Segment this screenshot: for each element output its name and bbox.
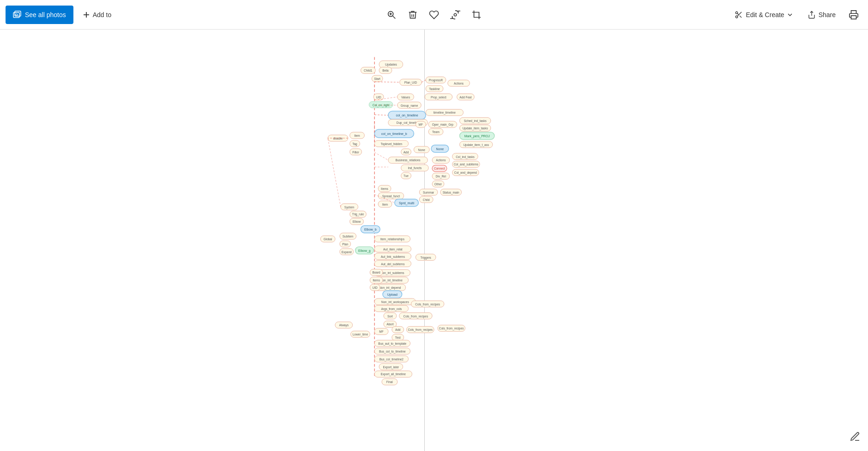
svg-text:MF: MF (419, 123, 423, 126)
svg-text:Plan_UID: Plan_UID (404, 81, 417, 85)
svg-text:Sort: Sort (387, 315, 393, 318)
svg-text:Bus_aut_to_template: Bus_aut_to_template (378, 342, 406, 346)
svg-text:Plan: Plan (342, 243, 348, 246)
svg-text:Bus_col_to_timeline: Bus_col_to_timeline (379, 350, 406, 353)
svg-text:Filter: Filter (352, 151, 359, 154)
svg-text:Aut_item_relat: Aut_item_relat (383, 248, 403, 251)
svg-text:System: System (344, 206, 354, 209)
svg-text:Global: Global (324, 238, 332, 241)
svg-line-35 (422, 80, 426, 82)
svg-text:Non_int_depend: Non_int_depend (379, 286, 401, 290)
svg-text:Sprd_multi: Sprd_multi (399, 201, 415, 205)
svg-rect-16 (851, 15, 856, 18)
svg-text:UID: UID (376, 96, 381, 99)
svg-text:Aut_del_subitems: Aut_del_subitems (381, 262, 404, 266)
svg-text:Item: Item (354, 134, 360, 137)
svg-text:Items: Items (381, 187, 388, 190)
svg-line-205 (374, 152, 388, 160)
svg-text:None: None (436, 147, 444, 151)
svg-rect-0 (13, 12, 19, 18)
svg-text:Expand: Expand (342, 250, 352, 254)
share-label: Share (819, 11, 836, 18)
svg-text:Oper_main_Grp: Oper_main_Grp (432, 123, 454, 127)
svg-text:Bus_col_timeline2: Bus_col_timeline2 (380, 358, 404, 361)
edit-create-button[interactable]: Edit & Create (729, 7, 798, 23)
svg-text:ProgressR: ProgressR (429, 79, 443, 82)
svg-text:Group_name: Group_name (401, 104, 418, 108)
svg-text:col_on_timeline: col_on_timeline (396, 114, 418, 117)
delete-button[interactable] (404, 6, 422, 24)
share-button[interactable]: Share (802, 7, 841, 23)
svg-text:Add: Add (395, 328, 401, 331)
svg-text:Beta: Beta (382, 69, 389, 72)
svg-text:Div_Rel: Div_Rel (436, 175, 446, 178)
svg-text:UID: UID (373, 286, 378, 289)
svg-text:Child: Child (423, 198, 430, 201)
svg-text:Mark_pers_PROJ: Mark_pers_PROJ (464, 134, 490, 138)
svg-text:Non_int_workspaces: Non_int_workspaces (381, 300, 409, 304)
svg-text:Other: Other (434, 183, 442, 186)
svg-text:Cols_from_recipes: Cols_from_recipes (439, 327, 464, 330)
svg-text:Summar: Summar (423, 191, 434, 194)
rotate-icon (450, 10, 460, 20)
mindmap-container[interactable]: Updates Child1 Beta Start Plan_UID Progr… (0, 30, 868, 451)
svg-text:Col_ind_tasks: Col_ind_tasks (456, 155, 474, 159)
svg-point-10 (736, 12, 738, 14)
svg-text:Tue: Tue (404, 174, 409, 177)
svg-text:Args_from_cols: Args_from_cols (381, 307, 402, 311)
svg-point-9 (454, 13, 457, 16)
svg-line-34 (374, 82, 400, 82)
svg-text:Actions: Actions (454, 82, 464, 85)
svg-text:Non_int_timeline: Non_int_timeline (380, 279, 403, 282)
delete-icon (408, 10, 418, 20)
svg-text:Tag: Tag (352, 142, 357, 146)
pencil-icon (850, 431, 861, 442)
heart-button[interactable] (425, 6, 443, 24)
svg-text:Ind_functs: Ind_functs (408, 166, 422, 170)
svg-text:Cols_from_recipes: Cols_from_recipes (404, 315, 428, 318)
svg-text:Col_and_subitems: Col_and_subitems (454, 163, 478, 166)
svg-text:Add Feat: Add Feat (459, 96, 471, 99)
svg-text:Final: Final (386, 380, 393, 384)
rotate-button[interactable] (446, 6, 464, 24)
svg-text:Subitem: Subitem (343, 235, 354, 238)
toolbar: See all photos Add to (0, 0, 868, 30)
svg-text:MF: MF (379, 330, 383, 333)
add-to-label: Add to (93, 11, 111, 18)
plus-icon (83, 11, 90, 18)
edit-pencil-button[interactable] (850, 431, 861, 444)
svg-text:Sched_ind_tasks: Sched_ind_tasks (464, 119, 487, 123)
svg-text:timeline_timeline: timeline_timeline (434, 111, 456, 115)
svg-text:Abort: Abort (386, 323, 394, 326)
svg-text:Updates: Updates (385, 63, 397, 67)
svg-text:Always: Always (339, 323, 349, 327)
svg-text:Status_main: Status_main (443, 191, 459, 195)
print-icon (849, 10, 859, 20)
svg-text:Connect: Connect (434, 167, 445, 170)
see-all-photos-button[interactable]: See all photos (6, 6, 73, 24)
svg-text:Update_item_t_ass: Update_item_t_ass (463, 143, 488, 147)
svg-text:Elbow: Elbow (353, 220, 361, 223)
add-to-button[interactable]: Add to (77, 7, 117, 22)
heart-icon (429, 10, 439, 20)
svg-line-14 (737, 13, 739, 15)
crop-button[interactable] (468, 6, 485, 24)
svg-text:Trig_rule: Trig_rule (352, 213, 364, 216)
zoom-button[interactable] (383, 6, 400, 24)
svg-text:Non_int_subitems: Non_int_subitems (380, 271, 404, 275)
svg-line-6 (393, 16, 396, 18)
svg-text:Elbow_b: Elbow_b (364, 228, 377, 232)
svg-point-2 (16, 14, 18, 16)
svg-line-50 (374, 115, 388, 115)
svg-line-208 (328, 138, 341, 207)
svg-text:Values: Values (401, 96, 410, 99)
print-button[interactable] (845, 6, 862, 24)
svg-text:Team: Team (432, 130, 440, 134)
svg-text:Start: Start (374, 77, 380, 80)
svg-text:Col_and_depend: Col_and_depend (454, 171, 477, 175)
svg-text:Cols_from_recipes: Cols_from_recipes (408, 328, 433, 332)
svg-text:Update_item_tasks: Update_item_tasks (463, 127, 488, 130)
svg-text:col_on_timeline_b: col_on_timeline_b (381, 132, 407, 136)
toolbar-right: Edit & Create Share (729, 6, 862, 24)
chevron-down-icon (787, 12, 793, 18)
